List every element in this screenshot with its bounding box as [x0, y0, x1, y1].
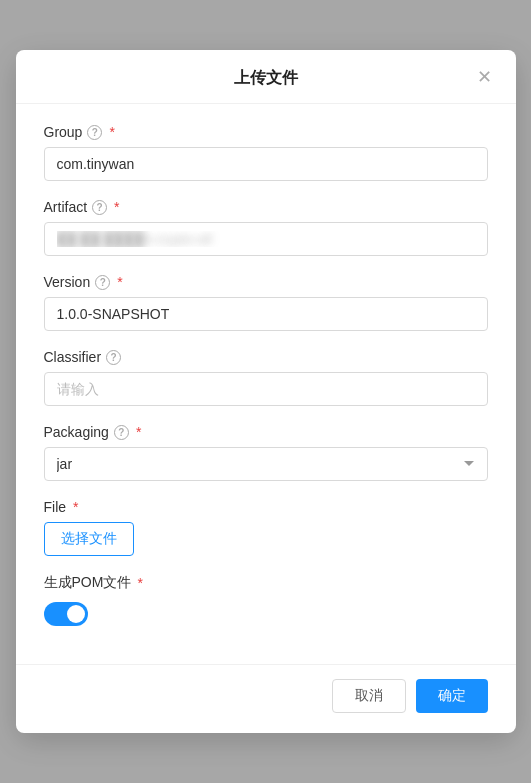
version-help-icon[interactable]: ? — [95, 275, 110, 290]
generate-pom-label: 生成POM文件 * — [44, 574, 143, 592]
dialog-footer: 取消 确定 — [16, 664, 516, 733]
classifier-label: Classifier ? — [44, 349, 488, 365]
group-help-icon[interactable]: ? — [87, 125, 102, 140]
version-field: Version ? * — [44, 274, 488, 331]
dialog-overlay: 上传文件 ✕ Group ? * Artifact ? * — [0, 0, 531, 783]
version-required: * — [117, 274, 122, 290]
generate-pom-field: 生成POM文件 * — [44, 574, 488, 626]
classifier-field: Classifier ? — [44, 349, 488, 406]
packaging-required: * — [136, 424, 141, 440]
packaging-select[interactable]: jarwarpomzip — [44, 447, 488, 481]
file-required: * — [73, 499, 78, 515]
toggle-slider — [44, 602, 88, 626]
dialog-body: Group ? * Artifact ? * Version ? — [16, 104, 516, 656]
generate-pom-toggle[interactable] — [44, 602, 88, 626]
classifier-help-icon[interactable]: ? — [106, 350, 121, 365]
artifact-field: Artifact ? * — [44, 199, 488, 256]
dialog-title: 上传文件 — [234, 68, 298, 89]
artifact-required: * — [114, 199, 119, 215]
artifact-label: Artifact ? * — [44, 199, 488, 215]
generate-pom-row: 生成POM文件 * — [44, 574, 488, 592]
file-label: File * — [44, 499, 488, 515]
group-required: * — [109, 124, 114, 140]
artifact-help-icon[interactable]: ? — [92, 200, 107, 215]
upload-dialog: 上传文件 ✕ Group ? * Artifact ? * — [16, 50, 516, 733]
cancel-button[interactable]: 取消 — [332, 679, 406, 713]
version-label: Version ? * — [44, 274, 488, 290]
classifier-input[interactable] — [44, 372, 488, 406]
confirm-button[interactable]: 确定 — [416, 679, 488, 713]
artifact-input[interactable] — [44, 222, 488, 256]
generate-pom-required: * — [137, 575, 142, 591]
packaging-label: Packaging ? * — [44, 424, 488, 440]
version-input[interactable] — [44, 297, 488, 331]
file-field: File * 选择文件 — [44, 499, 488, 556]
group-input[interactable] — [44, 147, 488, 181]
packaging-field: Packaging ? * jarwarpomzip — [44, 424, 488, 481]
packaging-help-icon[interactable]: ? — [114, 425, 129, 440]
dialog-header: 上传文件 ✕ — [16, 50, 516, 104]
group-field: Group ? * — [44, 124, 488, 181]
toggle-container — [44, 602, 488, 626]
close-button[interactable]: ✕ — [471, 66, 498, 88]
group-label: Group ? * — [44, 124, 488, 140]
file-select-button[interactable]: 选择文件 — [44, 522, 134, 556]
